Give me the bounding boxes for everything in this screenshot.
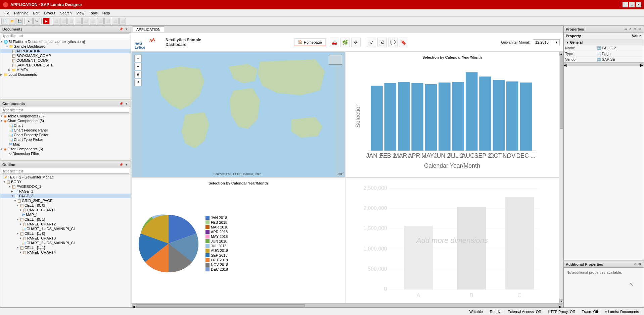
nav-filter-icon-btn[interactable]: ▽ [367,38,376,47]
map-extent[interactable]: ⊞ [134,71,142,78]
tree-chart-type[interactable]: 📊 Chart Type Picker [0,137,131,142]
tree-cell-11[interactable]: ▼ 📋 CELL - [1, 1] [0,245,131,250]
map-zoom-out[interactable]: − [134,63,142,70]
tb-2[interactable]: ⬜ [60,18,67,24]
outline-filter-input[interactable] [2,169,129,174]
tree-sample-dashboard[interactable]: ▼ 📁 Sample Dashboard [0,44,131,49]
scroll-thumb[interactable] [560,56,563,129]
tree-chart1[interactable]: 📊 CHART_1 - DS_MAINKPI_CI [0,226,131,231]
outline-pin-icon[interactable]: 📌 [119,163,124,166]
monat-dropdown[interactable]: 12.2018 ▼ [533,39,560,45]
map-reset[interactable]: ↺ [134,79,142,86]
maximize-btn[interactable]: □ [629,2,635,7]
tb-9[interactable]: ⬜ [112,18,119,24]
tree-map[interactable]: 🗺 Map [0,142,131,147]
status-lumira-docs[interactable]: ♦ Lumira Documents [603,310,641,314]
tb-5[interactable]: ⬜ [82,18,89,24]
scroll-down-btn[interactable]: ▼ [559,299,563,303]
menu-edit[interactable]: Edit [31,10,42,16]
close-btn[interactable]: ✕ [636,2,641,7]
props-icon3[interactable]: ⊟ [633,28,637,31]
tree-chart-property[interactable]: 📊 Chart Property Editor [0,133,131,137]
h-scroll-thumb[interactable] [136,304,305,307]
app-tab[interactable]: APPLICATION [133,27,164,32]
props-icon4[interactable]: ✕ [638,28,642,31]
tree-chart-feeding[interactable]: 📊 Chart Feeding Panel [0,128,131,133]
app-logo: next N Lytics NextLytics Sample Dashboar… [135,35,201,49]
tree-chart2[interactable]: 📊 CHART_2 - DS_MAINKPI_CI [0,241,131,245]
tree-comment[interactable]: 📋 COMMENT_COMP [0,58,131,63]
nav-homepage[interactable]: 🏠 Homepage [294,38,326,46]
docs-pin-icon[interactable]: 📌 [119,28,124,31]
tree-sample-composite[interactable]: 📋 SAMPLECOMPOSITE [0,63,131,67]
props-scroll-right[interactable]: ▶ [640,63,644,66]
scroll-up-btn[interactable]: ▲ [559,52,563,56]
menu-layout[interactable]: Layout [42,10,57,16]
docs-menu-icon[interactable]: ▼ [124,28,129,31]
tb-10[interactable]: ⬜ [119,18,126,24]
tree-cell-00[interactable]: ▼ 📋 CELL - [0, 0] [0,203,131,208]
tree-page2[interactable]: ▼ 📄 PAGE_2 [0,194,131,198]
props-icon1[interactable]: ⇥ [624,28,628,31]
scroll-right-btn[interactable]: ▶ [558,304,562,307]
tree-chart-components[interactable]: ▼ ◉ Chart Components (5) [0,118,131,123]
tree-map1[interactable]: 🗺 MAP_1 [0,212,131,217]
tree-application[interactable]: 📋 APPLICATION [0,49,131,53]
add-props-icon2[interactable]: ⊟ [638,263,642,266]
menu-planning[interactable]: Planning [12,10,31,16]
menu-tools[interactable]: Tools [87,10,100,16]
tree-pagebook1[interactable]: ▼ 📋 PAGEBOOK_1 [0,184,131,189]
tree-table-components[interactable]: ▼ ◉ Table Components (3) [0,114,131,118]
tree-panel-chart4[interactable]: ▼ 📋 PANEL_CHART4 [0,250,131,255]
tree-panel-chart3[interactable]: ▼ 📋 PANEL_CHART3 [0,236,131,241]
menu-help[interactable]: Help [100,10,112,16]
comp-pin-icon[interactable]: 📌 [119,102,124,105]
scroll-left-btn[interactable]: ◀ [132,304,136,307]
comp-filter-input[interactable] [2,108,129,113]
tree-text2[interactable]: 📝 TEXT_2 - Gewählter Monat: [0,175,131,179]
tree-bookmark[interactable]: 📋 BOOKMARK_COMP [0,53,131,58]
nav-car-icon-btn[interactable]: 🚗 [330,38,339,47]
outline-menu-icon[interactable]: ▼ [124,163,129,166]
tb-redo[interactable]: ↪ [33,18,40,24]
props-scroll-left[interactable]: ◀ [564,63,567,66]
docs-filter-input[interactable] [2,33,129,38]
tree-chart[interactable]: 📊 Chart [0,123,131,128]
tb-1[interactable]: ⬜ [53,18,59,24]
menu-file[interactable]: File [1,10,11,16]
tb-6[interactable]: ⬜ [90,18,96,24]
tree-mimes[interactable]: ▶ 📁 MIMEs [0,67,131,72]
tb-run[interactable]: ▶ [43,18,50,24]
nav-bookmark-icon-btn[interactable]: 🔖 [399,38,408,47]
menu-view[interactable]: View [74,10,86,16]
tree-cell-01[interactable]: ▼ 📋 CELL - [0, 1] [0,217,131,222]
tb-save[interactable]: 💾 [16,18,23,24]
tree-dim-filter[interactable]: ▽ Dimension Filter [0,151,131,156]
minimize-btn[interactable]: — [623,2,628,7]
tb-3[interactable]: ⬜ [67,18,74,24]
nav-plane-icon-btn[interactable]: ✈ [351,38,361,47]
tree-cell-10[interactable]: ▼ 📋 CELL - [1, 0] [0,231,131,236]
comp-menu-icon[interactable]: ▼ [124,102,129,105]
tree-bi-platform[interactable]: ▼ 🌐 BI Platform Documents [bo.sap.nextly… [0,39,131,44]
nav-print-icon-btn[interactable]: 🖨 [377,38,387,47]
tree-filter-components[interactable]: ▼ ◉ Filter Components (5) [0,147,131,151]
nav-leaf-icon-btn[interactable]: 🌿 [340,38,350,47]
tree-local-docs[interactable]: ▶ 📁 Local Documents [0,72,131,77]
menu-search[interactable]: Search [58,10,74,16]
tb-7[interactable]: ⬜ [97,18,104,24]
tb-new[interactable]: 📄 [1,18,8,24]
tb-undo[interactable]: ↩ [26,18,33,24]
map-zoom-in[interactable]: + [134,55,142,62]
nav-comment-icon-btn[interactable]: 💬 [388,38,398,47]
tb-open[interactable]: 📂 [9,18,15,24]
props-icon2[interactable]: ↗ [628,28,632,31]
tb-4[interactable]: ⬜ [75,18,82,24]
tb-8[interactable]: ⬜ [104,18,111,24]
tree-body[interactable]: ▼ 📋 BODY [0,179,131,184]
tree-grid[interactable]: ▼ 📋 GRID_2ND_PAGE [0,198,131,203]
tree-page1[interactable]: ▶ 📄 PAGE_1 [0,189,131,194]
tree-panel-chart1[interactable]: ▼ 📋 PANEL_CHART1 [0,208,131,212]
tree-panel-chart2[interactable]: ▼ 📋 PANEL_CHART2 [0,222,131,226]
add-props-icon1[interactable]: ↗ [633,263,637,266]
